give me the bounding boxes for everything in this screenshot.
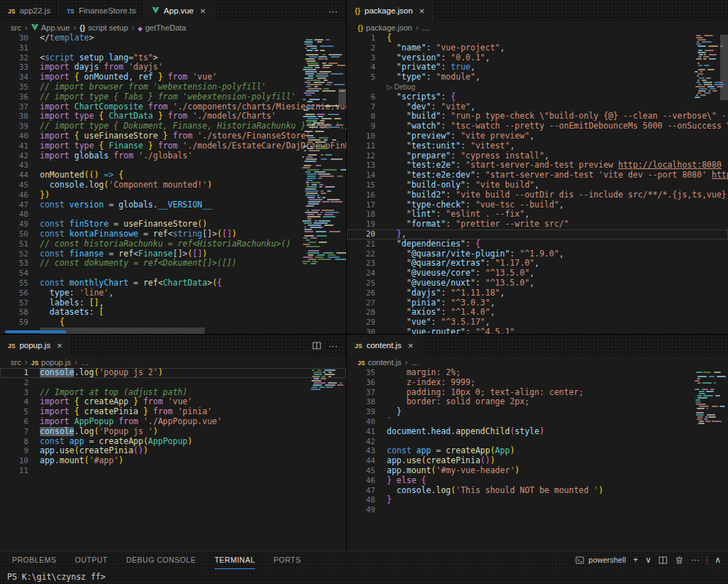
method-icon: ◆ bbox=[138, 23, 142, 32]
shell-profile-icon[interactable] bbox=[575, 556, 584, 565]
minimap[interactable] bbox=[695, 35, 720, 334]
codelens-debug[interactable]: ▷ Debug bbox=[387, 83, 415, 91]
vertical-scrollbar[interactable] bbox=[338, 89, 346, 104]
code-line-content: "dev": "vite", bbox=[387, 102, 728, 112]
line-number: 8 bbox=[347, 112, 387, 121]
code-line-content: "dayjs": "^1.11.18", bbox=[387, 288, 728, 298]
line-number: 10 bbox=[0, 456, 40, 466]
breadcrumb-label: … bbox=[422, 23, 430, 32]
code-line-32: 32<script setup lang="ts"> bbox=[0, 53, 346, 63]
more-actions[interactable]: ··· bbox=[691, 555, 700, 565]
tab-content.js[interactable]: JScontent.js× bbox=[347, 335, 422, 356]
code-line-content: import { createPinia } from 'pinia' bbox=[40, 407, 346, 417]
breadcrumb-item[interactable]: ◆getTheData bbox=[138, 23, 186, 32]
panel-tab-output[interactable]: OUTPUT bbox=[75, 551, 107, 569]
terminal-prompt[interactable]: PS K:\git\czynsz ff> bbox=[0, 572, 728, 582]
more-icon[interactable]: ··· bbox=[328, 340, 338, 351]
new-terminal[interactable]: + bbox=[633, 555, 638, 565]
vertical-scrollbar[interactable] bbox=[720, 35, 728, 100]
vue-icon bbox=[152, 6, 159, 15]
breadcrumb-item[interactable]: {}script setup bbox=[80, 23, 128, 32]
line-number: 29 bbox=[347, 318, 387, 328]
tab-package.json[interactable]: {}package.json× bbox=[347, 0, 433, 21]
more-icon[interactable]: ··· bbox=[328, 6, 338, 16]
line-number: 49 bbox=[347, 505, 387, 515]
code-editor[interactable]: 1{2 "name": "vue-project",3 "version": "… bbox=[347, 33, 728, 334]
code-line-18: 18 "lint": "eslint . --fix", bbox=[347, 210, 728, 220]
code-line-20: 20 }, bbox=[347, 229, 728, 239]
line-number: 30 bbox=[347, 328, 387, 334]
code-line-25: 25 "@vueuse/nuxt": "^13.5.0", bbox=[347, 279, 728, 288]
tab-app22.js[interactable]: JSapp22.js bbox=[0, 0, 59, 21]
tab-FinanseStore.ts[interactable]: TSFinanseStore.ts bbox=[59, 0, 144, 21]
code-line-content bbox=[40, 161, 346, 171]
breadcrumb[interactable]: src›JSpopup.js›… bbox=[0, 356, 346, 368]
code-line-51: 51// const historiaRachunku = ref<Histor… bbox=[0, 239, 346, 249]
breadcrumb-item[interactable]: src bbox=[11, 358, 21, 367]
minimap[interactable] bbox=[309, 369, 338, 551]
breadcrumb-item[interactable]: JSpopup.js bbox=[31, 358, 71, 367]
code-line-content: "vue": "^3.5.17", bbox=[387, 318, 728, 328]
panel-tab-debug-console[interactable]: DEBUG CONSOLE bbox=[127, 551, 196, 569]
line-number: 53 bbox=[0, 259, 40, 269]
code-line-content: datasets: [ bbox=[40, 308, 346, 318]
tab-bar: JScontent.js× bbox=[347, 335, 728, 356]
code-line-content: "vue-router": "^4.5.1" bbox=[387, 328, 728, 334]
line-number: 6 bbox=[0, 417, 40, 427]
breadcrumb-item[interactable]: … bbox=[422, 23, 430, 32]
split-icon[interactable] bbox=[312, 341, 321, 350]
line-number: 16 bbox=[347, 190, 387, 200]
launch-profile-dropdown[interactable]: ∨ bbox=[645, 555, 651, 565]
breadcrumb[interactable]: JScontent.js›… bbox=[347, 356, 728, 368]
breadcrumb[interactable]: {}package.json›… bbox=[347, 21, 728, 33]
line-number: 2 bbox=[347, 43, 387, 53]
code-line-content bbox=[387, 437, 728, 447]
breadcrumb-item[interactable]: … bbox=[81, 358, 89, 367]
close-icon[interactable]: × bbox=[57, 341, 63, 350]
code-line-content: const app = createApp(App) bbox=[387, 446, 728, 456]
code-line-2: 2 "name": "vue-project", bbox=[347, 43, 728, 53]
tab-App.vue[interactable]: App.vue× bbox=[144, 0, 214, 21]
chevron-right-icon: › bbox=[25, 23, 28, 33]
panel-tab-ports[interactable]: PORTS bbox=[274, 551, 301, 569]
toolbar-separator bbox=[707, 556, 707, 565]
breadcrumb-item[interactable]: JScontent.js bbox=[358, 358, 402, 367]
kill-terminal-icon[interactable] bbox=[675, 556, 684, 565]
tab-popup.js[interactable]: JSpopup.js× bbox=[0, 335, 70, 356]
split-terminal-icon[interactable] bbox=[658, 556, 668, 565]
code-line-42: 42 bbox=[347, 437, 728, 447]
minimap[interactable] bbox=[302, 35, 338, 334]
code-line-content: app.mount('#app') bbox=[40, 456, 346, 466]
code-line-content bbox=[40, 210, 346, 220]
breadcrumb-item[interactable]: src bbox=[11, 23, 21, 32]
code-line-9: 9app.use(createPinia()) bbox=[0, 446, 346, 456]
code-editor[interactable]: 1console.log('popup js 2')23// Import at… bbox=[0, 368, 346, 551]
editor-group-app-vue: JSapp22.jsTSFinanseStore.tsApp.vue×··· s… bbox=[0, 0, 346, 334]
line-number: 6 bbox=[347, 92, 387, 102]
minimap[interactable] bbox=[695, 369, 720, 551]
close-icon[interactable]: × bbox=[408, 341, 414, 350]
code-line-24: 24 "@vueuse/core": "^13.5.0", bbox=[347, 269, 728, 279]
code-editor[interactable]: 35 margin: 2%;36 z-index: 9999;37 paddin… bbox=[347, 368, 728, 551]
panel-tab-terminal[interactable]: TERMINAL bbox=[215, 551, 255, 569]
line-number: 48 bbox=[0, 210, 40, 220]
code-line-7: 7 "dev": "vite", bbox=[347, 102, 728, 112]
breadcrumb-item[interactable]: {}package.json bbox=[358, 23, 412, 32]
breadcrumb-item[interactable]: … bbox=[412, 358, 419, 367]
horizontal-scrollbar[interactable] bbox=[5, 330, 66, 333]
maximize-panel[interactable]: ∧ bbox=[714, 555, 721, 565]
breadcrumb[interactable]: src›App.vue›{}script setup›◆getTheData bbox=[0, 21, 346, 33]
panel-tab-problems[interactable]: PROBLEMS bbox=[12, 551, 56, 569]
breadcrumb-item[interactable]: App.vue bbox=[31, 23, 70, 32]
close-icon[interactable]: × bbox=[419, 6, 425, 16]
code-line-content: { bbox=[387, 33, 728, 43]
chevron-right-icon: › bbox=[73, 23, 76, 33]
code-line-content: } else { bbox=[387, 476, 728, 486]
code-line-26: 26 "dayjs": "^1.11.18", bbox=[347, 288, 728, 298]
line-number: 43 bbox=[0, 161, 40, 171]
code-line-content: import AppPopup from './AppPopup.vue' bbox=[40, 417, 346, 427]
close-icon[interactable]: × bbox=[200, 6, 206, 16]
line-number: 55 bbox=[0, 279, 40, 288]
line-number: 45 bbox=[347, 466, 387, 476]
code-editor[interactable]: 30</template>3132<script setup lang="ts"… bbox=[0, 33, 346, 334]
